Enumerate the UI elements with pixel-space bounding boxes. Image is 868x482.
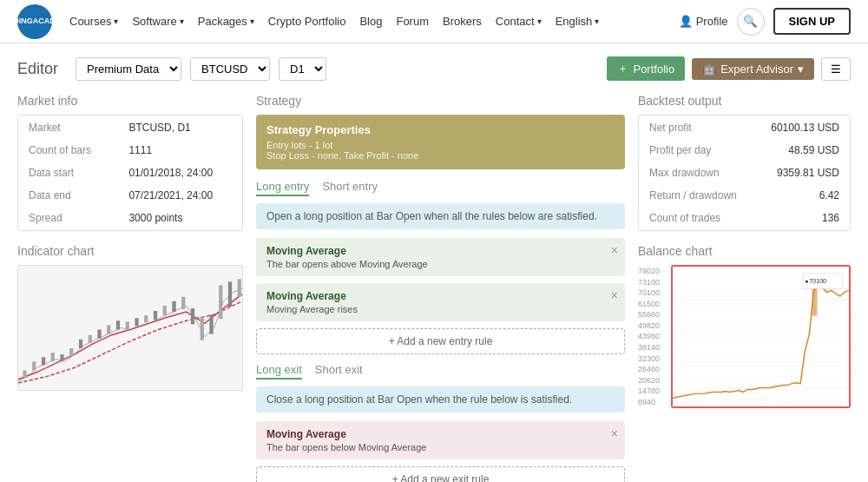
rule-card-desc: The bar opens above Moving Average — [266, 259, 615, 269]
rule-card-title: Moving Average — [266, 245, 615, 257]
spread-label: Spread — [20, 208, 118, 228]
count-trades-label: Count of trades — [641, 208, 753, 228]
balance-chart-y-axis: 79020 73100 70100 61500 55660 49820 4398… — [638, 265, 671, 408]
strategy-properties: Strategy Properties Entry lots - 1 lot S… — [256, 115, 625, 169]
balance-chart-section: Balance chart 79020 73100 70100 61500 55… — [638, 244, 851, 408]
main-content: Editor Premium Data BTCUSD D1 ＋ Portfoli… — [0, 43, 868, 482]
navigation: TRADING ACADEMY Courses ▾ Software ▾ Pac… — [0, 0, 868, 43]
svg-rect-8 — [89, 335, 92, 343]
svg-rect-2 — [32, 361, 36, 370]
profit-day-value: 48.59 USD — [755, 140, 848, 161]
menu-button[interactable]: ☰ — [821, 57, 851, 81]
open-rule-description: Open a long position at Bar Open when al… — [256, 203, 625, 229]
profit-day-label: Profit per day — [641, 140, 753, 161]
strategy-title: Strategy — [256, 94, 625, 108]
page-title: Editor — [17, 60, 58, 78]
svg-rect-23 — [228, 281, 232, 307]
signup-button[interactable]: SIGN UP — [773, 8, 851, 35]
table-row: Max drawdown 9359.81 USD — [641, 162, 848, 183]
content-grid: Market info Market BTCUSD, D1 Count of b… — [17, 94, 851, 482]
chevron-down-icon: ▾ — [114, 17, 118, 26]
svg-rect-19 — [191, 308, 194, 324]
indicator-chart-svg — [18, 266, 242, 390]
svg-rect-7 — [79, 340, 82, 348]
portfolio-button[interactable]: ＋ Portfolio — [607, 56, 685, 81]
return-drawdown-label: Return / drawdown — [641, 185, 753, 206]
rule-card-desc: Moving Average rises — [266, 304, 615, 314]
plus-icon: ＋ — [617, 61, 628, 76]
nav-english[interactable]: English ▾ — [556, 15, 600, 28]
nav-contact[interactable]: Contact ▾ — [496, 15, 542, 28]
svg-rect-13 — [135, 318, 138, 326]
logo[interactable]: TRADING ACADEMY — [17, 4, 52, 39]
net-profit-value: 60100.13 USD — [755, 117, 848, 138]
long-exit-tab[interactable]: Long exit — [256, 363, 302, 380]
nav-brokers[interactable]: Brokers — [443, 15, 482, 28]
rule-card-title: Moving Average — [266, 290, 615, 302]
nav-software[interactable]: Software ▾ — [132, 15, 183, 28]
nav-courses[interactable]: Courses ▾ — [69, 15, 118, 28]
strategy-column: Strategy Strategy Properties Entry lots … — [256, 94, 625, 482]
search-button[interactable]: 🔍 — [737, 8, 765, 36]
data-source-select[interactable]: Premium Data — [76, 57, 181, 81]
logo-icon: TRADING ACADEMY — [17, 4, 52, 39]
exit-rule-card-1: × Moving Average The bar opens below Mov… — [256, 421, 625, 459]
symbol-select[interactable]: BTCUSD — [190, 57, 270, 81]
indicator-chart-section: Indicator chart — [17, 244, 243, 391]
svg-rect-22 — [219, 285, 222, 319]
rule-card-2: × Moving Average Moving Average rises — [256, 283, 625, 321]
balance-chart: ● 70100 — [671, 265, 851, 408]
close-icon[interactable]: × — [611, 288, 618, 302]
timeframe-select[interactable]: D1 — [279, 57, 326, 81]
balance-chart-svg: ● 70100 — [673, 267, 849, 406]
svg-rect-5 — [60, 354, 63, 360]
max-drawdown-value: 9359.81 USD — [755, 162, 848, 183]
market-label: Market — [20, 117, 118, 138]
nav-right: 👤 Profile 🔍 SIGN UP — [679, 8, 851, 36]
long-entry-tab[interactable]: Long entry — [256, 180, 309, 196]
count-trades-value: 136 — [755, 208, 848, 228]
svg-rect-6 — [69, 348, 73, 356]
close-icon[interactable]: × — [611, 426, 618, 440]
svg-rect-1 — [23, 371, 26, 378]
short-entry-tab[interactable]: Short entry — [322, 180, 378, 196]
svg-rect-10 — [107, 325, 110, 333]
editor-header: Editor Premium Data BTCUSD D1 ＋ Portfoli… — [17, 56, 851, 81]
short-exit-tab[interactable]: Short exit — [315, 363, 363, 380]
svg-rect-9 — [97, 330, 101, 339]
table-row: Data end 07/21/2021, 24:00 — [20, 185, 240, 206]
svg-rect-20 — [201, 317, 204, 340]
backtest-title: Backtest output — [638, 94, 851, 108]
chevron-down-icon: ▾ — [537, 17, 542, 26]
data-end-label: Data end — [20, 185, 118, 206]
data-start-label: Data start — [20, 162, 118, 183]
svg-rect-3 — [42, 357, 45, 365]
market-info-title: Market info — [17, 94, 243, 108]
add-exit-rule-button[interactable]: + Add a new exit rule — [256, 466, 625, 482]
indicator-chart — [17, 265, 243, 391]
backtest-table: Net profit 60100.13 USD Profit per day 4… — [638, 115, 851, 231]
table-row: Data start 01/01/2018, 24:00 — [20, 162, 240, 183]
nav-forum[interactable]: Forum — [396, 15, 429, 28]
svg-rect-15 — [154, 311, 157, 320]
nav-packages[interactable]: Packages ▾ — [198, 15, 254, 28]
max-drawdown-label: Max drawdown — [641, 162, 753, 183]
svg-rect-18 — [181, 297, 185, 309]
hamburger-icon: ☰ — [831, 63, 841, 76]
add-entry-rule-button[interactable]: + Add a new entry rule — [256, 328, 625, 354]
robot-icon: 🤖 — [702, 63, 716, 76]
nav-crypto[interactable]: Crypto Portfolio — [268, 15, 346, 28]
expert-advisor-button[interactable]: 🤖 Expert Advisor ▾ — [692, 58, 814, 80]
strategy-properties-line2: Stop Loss - none, Take Profit - none — [266, 150, 615, 161]
nav-blog[interactable]: Blog — [359, 15, 382, 28]
profile-button[interactable]: 👤 Profile — [679, 15, 727, 28]
svg-rect-16 — [163, 306, 167, 315]
svg-rect-0 — [18, 266, 242, 390]
close-icon[interactable]: × — [611, 243, 618, 257]
table-row: Return / drawdown 6.42 — [641, 185, 848, 206]
data-start-value: 01/01/2018, 24:00 — [120, 162, 240, 183]
net-profit-label: Net profit — [641, 117, 753, 138]
table-row: Count of trades 136 — [641, 208, 848, 228]
nav-items: Courses ▾ Software ▾ Packages ▾ Crypto P… — [69, 15, 679, 28]
svg-text:●: ● — [805, 278, 808, 284]
